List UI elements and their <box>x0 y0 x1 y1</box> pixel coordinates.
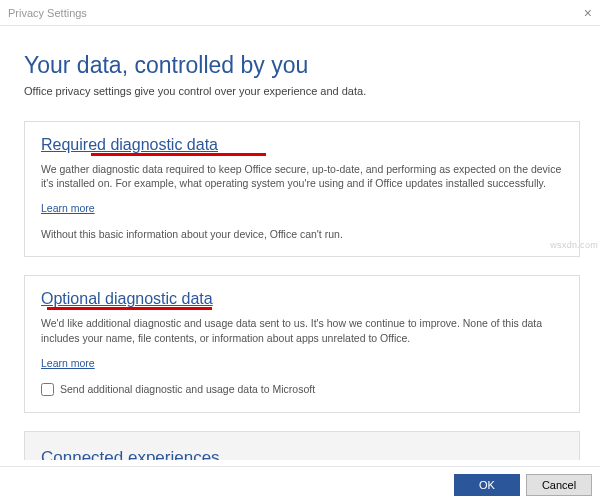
titlebar: Privacy Settings × <box>0 0 600 26</box>
ok-button[interactable]: OK <box>454 474 520 496</box>
required-description: We gather diagnostic data required to ke… <box>41 162 563 190</box>
required-note: Without this basic information about you… <box>41 228 563 240</box>
connected-experiences-card: Connected experiences <box>24 431 580 460</box>
send-additional-data-row[interactable]: Send additional diagnostic and usage dat… <box>41 383 563 396</box>
required-heading: Required diagnostic data <box>41 136 218 154</box>
dialog-footer: OK Cancel <box>0 466 600 502</box>
optional-learn-more-link[interactable]: Learn more <box>41 357 95 369</box>
send-additional-data-checkbox[interactable] <box>41 383 54 396</box>
send-additional-data-label: Send additional diagnostic and usage dat… <box>60 383 315 395</box>
optional-heading: Optional diagnostic data <box>41 290 213 308</box>
page-title: Your data, controlled by you <box>24 52 580 79</box>
cancel-button[interactable]: Cancel <box>526 474 592 496</box>
required-diagnostic-card: Required diagnostic data We gather diagn… <box>24 121 580 257</box>
optional-description: We'd like additional diagnostic and usag… <box>41 316 563 344</box>
content-wrapper: Your data, controlled by you Office priv… <box>0 26 600 466</box>
scroll-area[interactable]: Your data, controlled by you Office priv… <box>6 32 594 460</box>
optional-diagnostic-card: Optional diagnostic data We'd like addit… <box>24 275 580 412</box>
connected-experiences-heading: Connected experiences <box>41 448 563 460</box>
required-learn-more-link[interactable]: Learn more <box>41 202 95 214</box>
close-icon[interactable]: × <box>584 5 592 21</box>
window-title: Privacy Settings <box>8 7 87 19</box>
page-subtitle: Office privacy settings give you control… <box>24 85 580 97</box>
